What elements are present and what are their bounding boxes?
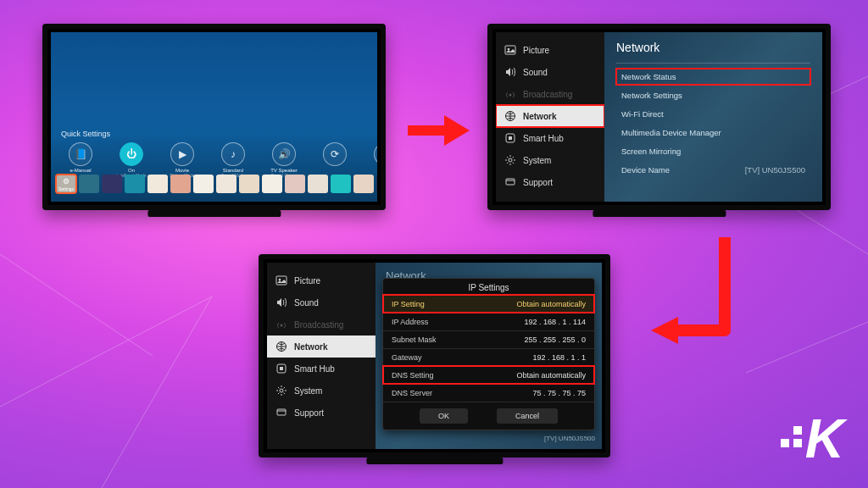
opt-network-settings[interactable]: Network Settings — [616, 87, 810, 103]
qs-item-subtitle[interactable]: CCOffSubtitle — [366, 142, 377, 178]
refresh-icon: ⟳ — [323, 142, 347, 166]
sidebar-item-network[interactable]: Network — [267, 336, 376, 358]
sidebar-item-smarthub[interactable]: Smart Hub — [496, 127, 604, 149]
quick-settings-label: Quick Settings — [61, 130, 110, 138]
sidebar-item-support[interactable]: Support — [267, 402, 376, 424]
broadcast-icon — [275, 319, 287, 330]
opt-multimedia[interactable]: Multimedia Device Manager — [616, 125, 810, 141]
launcher-row: ⚙ Settings — [56, 175, 377, 193]
dialog-buttons: OK Cancel — [383, 402, 594, 430]
smarthub-icon — [504, 132, 516, 144]
qs-item-sound-mode[interactable]: ♪StandardSound Mode — [214, 142, 253, 178]
picture-icon — [275, 274, 287, 286]
globe-icon — [504, 110, 516, 122]
svg-marker-16 — [651, 317, 678, 344]
svg-marker-7 — [444, 115, 470, 146]
sound-icon — [504, 66, 516, 78]
broadcast-icon — [504, 88, 516, 100]
tile[interactable] — [353, 175, 374, 193]
svg-rect-17 — [276, 276, 287, 285]
row-subnet-mask[interactable]: Subnet Mask255 . 255 . 255 . 0 — [383, 330, 594, 348]
tv-step2: Picture Sound Broadcasting Network Smart… — [487, 24, 831, 210]
device-name-value: [TV] UN50JS500 — [544, 435, 595, 442]
row-dns-server[interactable]: DNS Server75 . 75 . 75 . 75 — [383, 384, 594, 402]
opt-network-status[interactable]: Network Status — [616, 69, 810, 85]
qs-item-extra[interactable]: ⟳ — [315, 142, 354, 178]
row-ip-setting[interactable]: IP SettingObtain automatically — [383, 295, 594, 313]
picture-icon — [504, 44, 516, 56]
sidebar-item-picture[interactable]: Picture — [267, 269, 376, 291]
sidebar-item-system[interactable]: System — [267, 380, 376, 402]
svg-rect-8 — [505, 46, 515, 54]
tile[interactable] — [239, 175, 259, 193]
dialog-title: IP Settings — [383, 279, 594, 295]
svg-rect-6 — [408, 125, 446, 136]
tile[interactable] — [262, 175, 282, 193]
quick-settings-row: 📘e-Manual ⏻OnIntelligent Mode ▶MoviePict… — [61, 142, 377, 178]
tile[interactable] — [102, 175, 122, 193]
opt-device-name[interactable]: Device Name[TV] UN50JS500 — [616, 162, 810, 178]
row-gateway[interactable]: Gateway192 . 168 . 1 . 1 — [383, 348, 594, 366]
network-panel: Network Network Status Network Settings … — [604, 32, 822, 202]
logo-letter: K — [805, 412, 844, 466]
tile[interactable] — [376, 175, 377, 193]
qs-item-sound-output[interactable]: 🔊TV SpeakerSound Output — [264, 142, 303, 178]
sidebar-item-sound[interactable]: Sound — [267, 291, 376, 313]
network-panel: Network IP Settings IP SettingObtain aut… — [376, 263, 602, 449]
tile[interactable] — [331, 175, 351, 193]
gear-icon — [504, 154, 516, 166]
sidebar-item-broadcasting: Broadcasting — [496, 83, 604, 105]
sidebar-item-smarthub[interactable]: Smart Hub — [267, 358, 376, 380]
sidebar-item-broadcasting: Broadcasting — [267, 313, 376, 336]
sidebar-item-picture[interactable]: Picture — [496, 39, 604, 61]
svg-rect-13 — [509, 136, 512, 140]
ip-settings-dialog: IP Settings IP SettingObtain automatical… — [382, 278, 595, 430]
sidebar-item-system[interactable]: System — [496, 149, 604, 171]
qs-item-picture-mode[interactable]: ▶MoviePicture Mode — [163, 142, 202, 178]
opt-wifi-direct[interactable]: Wi-Fi Direct — [616, 106, 810, 122]
settings-tile[interactable]: ⚙ Settings — [56, 175, 76, 193]
tile[interactable] — [170, 175, 191, 193]
qs-item-emanual[interactable]: 📘e-Manual — [61, 142, 100, 178]
tile[interactable] — [193, 175, 214, 193]
opt-screen-mirroring[interactable]: Screen Mirroring — [616, 143, 810, 159]
row-dns-setting[interactable]: DNS SettingObtain automatically — [383, 366, 594, 384]
gear-icon — [275, 385, 287, 396]
tv3-screen: Picture Sound Broadcasting Network Smart… — [267, 263, 602, 449]
svg-point-10 — [509, 94, 512, 97]
tile[interactable] — [216, 175, 236, 193]
gear-icon: ⚙ — [63, 177, 70, 186]
svg-rect-15 — [506, 179, 515, 185]
tile[interactable] — [308, 175, 328, 193]
cc-icon: CC — [374, 142, 377, 166]
qs-item-intelligent[interactable]: ⏻OnIntelligent Mode — [112, 142, 151, 178]
svg-rect-22 — [280, 367, 283, 370]
support-icon — [504, 176, 516, 188]
sidebar-item-support[interactable]: Support — [496, 171, 604, 193]
settings-sidebar: Picture Sound Broadcasting Network Smart… — [267, 263, 376, 449]
note-icon: ♪ — [221, 142, 245, 166]
svg-point-18 — [279, 279, 281, 281]
tile[interactable] — [285, 175, 305, 193]
tile[interactable] — [79, 175, 99, 193]
tv2-screen: Picture Sound Broadcasting Network Smart… — [496, 32, 822, 202]
row-ip-address[interactable]: IP Address192 . 168 . 1 . 114 — [383, 313, 594, 330]
smarthub-icon — [275, 363, 287, 374]
support-icon — [275, 407, 287, 419]
divider — [616, 63, 810, 64]
settings-sidebar: Picture Sound Broadcasting Network Smart… — [496, 32, 604, 202]
sidebar-item-network[interactable]: Network — [496, 105, 604, 127]
arrow-right-icon — [403, 110, 471, 151]
logo-dots-icon — [781, 426, 802, 447]
tile[interactable] — [147, 175, 168, 193]
power-icon: ⏻ — [120, 142, 143, 166]
svg-point-9 — [508, 48, 510, 51]
sound-icon — [275, 297, 287, 308]
cancel-button[interactable]: Cancel — [497, 408, 558, 424]
sidebar-item-sound[interactable]: Sound — [496, 61, 604, 83]
tile[interactable] — [125, 175, 145, 193]
ok-button[interactable]: OK — [420, 408, 468, 424]
panel-title: Network — [616, 41, 810, 54]
tv-step3: Picture Sound Broadcasting Network Smart… — [259, 254, 610, 458]
svg-point-14 — [509, 158, 512, 162]
